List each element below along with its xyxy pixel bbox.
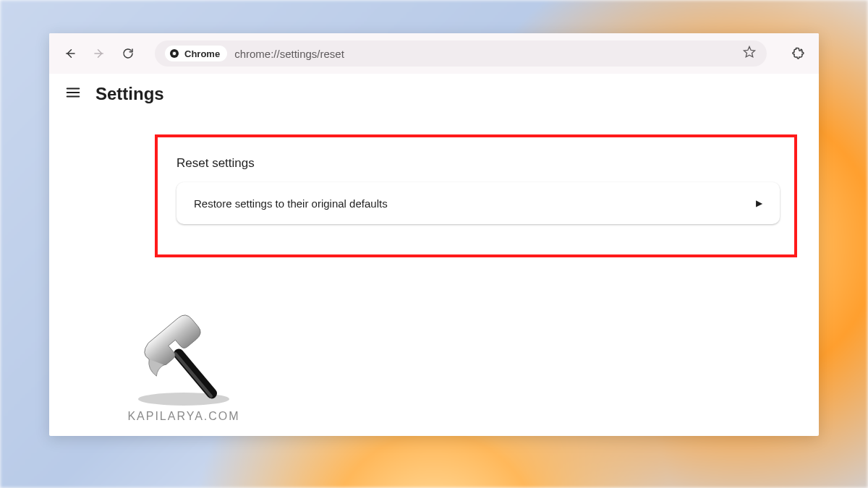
chrome-icon [169, 48, 180, 59]
watermark-text: KAPILARYA.COM [127, 410, 239, 423]
star-icon [742, 45, 757, 59]
address-bar[interactable]: Chrome chrome://settings/reset [155, 40, 767, 67]
restore-defaults-row[interactable]: Restore settings to their original defau… [176, 182, 780, 224]
arrow-right-icon [93, 47, 106, 60]
page-title: Settings [95, 84, 164, 104]
settings-header: Settings [49, 74, 819, 114]
bookmark-button[interactable] [742, 45, 757, 62]
chevron-right-icon: ▶ [756, 198, 762, 208]
menu-button[interactable] [65, 85, 81, 103]
browser-window: Chrome chrome://settings/reset Settings … [49, 33, 819, 436]
svg-rect-5 [173, 351, 213, 398]
site-chip-label: Chrome [184, 48, 220, 59]
arrow-left-icon [64, 47, 77, 60]
hammer-icon [119, 306, 249, 414]
reload-icon [122, 47, 135, 60]
browser-toolbar: Chrome chrome://settings/reset [49, 33, 819, 74]
forward-button[interactable] [87, 41, 111, 66]
back-button[interactable] [58, 41, 82, 66]
section-title: Reset settings [176, 156, 255, 171]
hamburger-icon [65, 85, 81, 100]
extensions-button[interactable] [786, 41, 810, 66]
url-text: chrome://settings/reset [234, 48, 344, 60]
watermark: KAPILARYA.COM [119, 306, 249, 423]
reload-button[interactable] [116, 41, 140, 66]
puzzle-icon [791, 46, 805, 61]
restore-defaults-label: Restore settings to their original defau… [194, 197, 388, 210]
site-chip[interactable]: Chrome [165, 46, 227, 61]
